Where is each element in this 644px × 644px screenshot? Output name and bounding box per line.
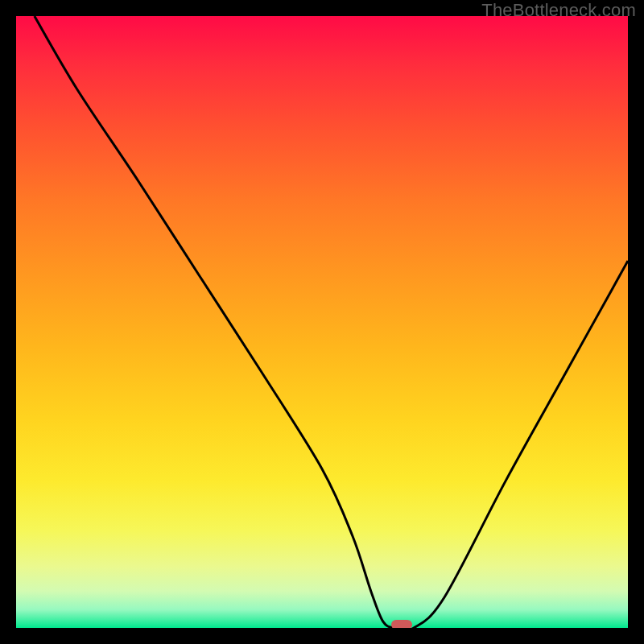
line-curve [16, 16, 628, 628]
chart-container: TheBottleneck.com [0, 0, 644, 644]
plot-area [16, 16, 628, 628]
watermark-text: TheBottleneck.com [481, 0, 636, 21]
optimum-marker [391, 620, 412, 628]
